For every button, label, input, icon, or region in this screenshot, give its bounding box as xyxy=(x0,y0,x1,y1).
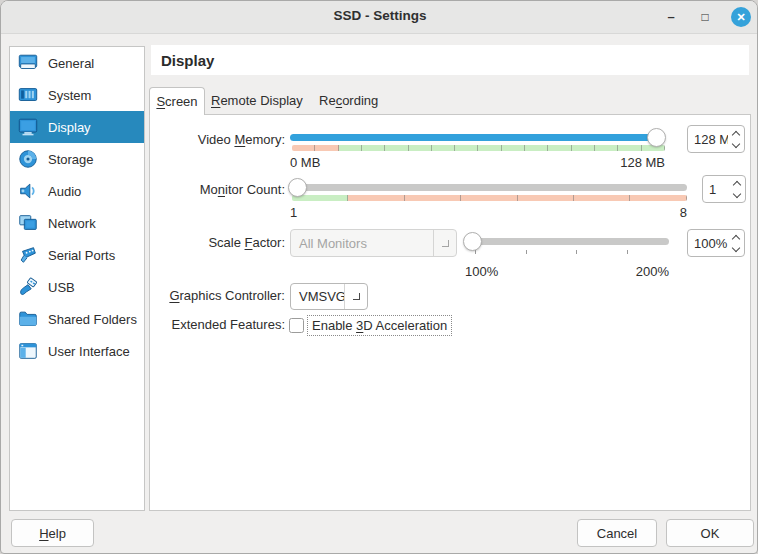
video-memory-min: 0 MB xyxy=(290,155,320,170)
spin-up-icon[interactable] xyxy=(732,234,740,242)
tab-recording[interactable]: Recording xyxy=(319,93,378,108)
scale-factor-min: 100% xyxy=(465,264,498,279)
tab-screen[interactable]: Screen xyxy=(149,87,205,115)
spin-down-icon[interactable] xyxy=(732,139,740,147)
sidebar-item-network[interactable]: Network xyxy=(10,207,144,239)
general-icon xyxy=(16,51,40,75)
scale-factor-spinbox[interactable]: 100% xyxy=(687,229,745,257)
scale-factor-label: Scale Factor: xyxy=(150,234,285,252)
sidebar-item-label: USB xyxy=(48,280,75,295)
tab-remote-display[interactable]: Remote Display xyxy=(211,93,303,108)
scale-factor-monitor-select: All Monitors xyxy=(290,229,457,257)
shared-folders-icon xyxy=(16,307,40,331)
network-icon xyxy=(16,211,40,235)
monitor-count-spinbox[interactable]: 1 xyxy=(702,175,746,203)
sidebar-item-storage[interactable]: Storage xyxy=(10,143,144,175)
monitor-count-gauge xyxy=(292,195,687,201)
page-title: Display xyxy=(161,52,214,69)
scale-factor-value[interactable]: 100% xyxy=(688,236,728,251)
video-memory-gauge xyxy=(292,145,665,151)
graphics-controller-value: VMSVGA xyxy=(291,289,344,304)
close-button[interactable]: ✕ xyxy=(731,7,751,27)
sidebar-item-label: User Interface xyxy=(48,344,130,359)
audio-icon xyxy=(16,179,40,203)
sidebar-item-label: Audio xyxy=(48,184,81,199)
sidebar-item-audio[interactable]: Audio xyxy=(10,175,144,207)
sidebar-item-display[interactable]: Display xyxy=(10,111,144,143)
system-icon xyxy=(16,83,40,107)
window-title: SSD - Settings xyxy=(1,8,758,23)
chevron-down-icon xyxy=(344,284,367,309)
sidebar-item-label: Shared Folders xyxy=(48,312,137,327)
maximize-button[interactable]: □ xyxy=(695,7,715,27)
screen-tab-content: Video Memory: 0 MB 128 MB 128 MB Monitor… xyxy=(149,114,751,511)
graphics-controller-label: Graphics Controller: xyxy=(150,287,285,305)
chevron-down-icon xyxy=(433,230,456,256)
user-interface-icon xyxy=(16,339,40,363)
scale-factor-monitor-value: All Monitors xyxy=(291,236,433,251)
sidebar-item-user-interface[interactable]: User Interface xyxy=(10,335,144,367)
video-memory-label: Video Memory: xyxy=(150,131,285,149)
sidebar-item-usb[interactable]: USB xyxy=(10,271,144,303)
sidebar-item-shared-folders[interactable]: Shared Folders xyxy=(10,303,144,335)
monitor-count-slider-handle[interactable] xyxy=(288,178,307,197)
video-memory-scale: 0 MB 128 MB xyxy=(290,155,665,170)
monitor-count-max: 8 xyxy=(680,205,687,220)
spin-up-icon[interactable] xyxy=(732,130,740,138)
scale-factor-ticks xyxy=(475,250,660,254)
sidebar-item-general[interactable]: General xyxy=(10,47,144,79)
sidebar-item-serial-ports[interactable]: Serial Ports xyxy=(10,239,144,271)
titlebar[interactable]: SSD - Settings – □ ✕ xyxy=(1,1,758,34)
sidebar-item-label: Display xyxy=(48,120,91,135)
extended-features-label: Extended Features: xyxy=(150,316,285,334)
sidebar-item-label: Serial Ports xyxy=(48,248,115,263)
monitor-count-scale: 1 8 xyxy=(290,205,687,220)
sidebar-item-label: Network xyxy=(48,216,96,231)
page-header: Display xyxy=(151,45,749,75)
ok-button[interactable]: OK xyxy=(666,519,754,547)
usb-icon xyxy=(16,275,40,299)
video-memory-spinbox[interactable]: 128 MB xyxy=(687,125,745,153)
minimize-button[interactable]: – xyxy=(661,7,681,27)
monitor-count-slider[interactable] xyxy=(290,184,687,191)
enable-3d-acceleration-checkbox[interactable] xyxy=(289,318,304,333)
scale-factor-scale: 100% 200% xyxy=(465,264,669,279)
scale-factor-slider[interactable] xyxy=(465,238,669,245)
scale-factor-max: 200% xyxy=(636,264,669,279)
scale-factor-slider-handle[interactable] xyxy=(463,232,482,251)
help-button[interactable]: Help xyxy=(11,519,94,547)
video-memory-value[interactable]: 128 MB xyxy=(688,132,728,147)
sidebar-item-label: General xyxy=(48,56,94,71)
video-memory-max: 128 MB xyxy=(620,155,665,170)
monitor-count-label: Monitor Count: xyxy=(150,181,285,199)
video-memory-slider-handle[interactable] xyxy=(647,128,666,147)
graphics-controller-select[interactable]: VMSVGA xyxy=(290,283,368,310)
settings-dialog: SSD - Settings – □ ✕ General System Disp… xyxy=(0,0,758,554)
monitor-count-value[interactable]: 1 xyxy=(703,182,729,197)
spin-down-icon[interactable] xyxy=(733,189,741,197)
monitor-count-min: 1 xyxy=(290,205,297,220)
sidebar-item-label: System xyxy=(48,88,91,103)
sidebar-item-label: Storage xyxy=(48,152,94,167)
storage-icon xyxy=(16,147,40,171)
enable-3d-acceleration-label[interactable]: Enable 3D Acceleration xyxy=(307,315,452,336)
serial-ports-icon xyxy=(16,243,40,267)
spin-down-icon[interactable] xyxy=(732,243,740,251)
video-memory-slider[interactable] xyxy=(290,134,665,141)
sidebar-item-system[interactable]: System xyxy=(10,79,144,111)
cancel-button[interactable]: Cancel xyxy=(577,519,657,547)
settings-category-list: General System Display Storage Audio xyxy=(9,46,145,511)
display-icon xyxy=(16,115,40,139)
spin-up-icon[interactable] xyxy=(733,180,741,188)
